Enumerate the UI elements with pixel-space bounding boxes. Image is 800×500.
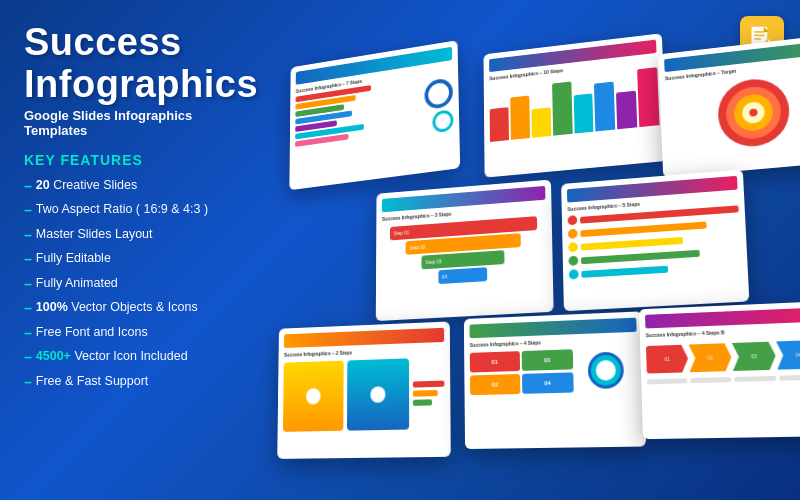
feature-item: – 4500+ Vector Icon Included — [24, 345, 219, 370]
slide-card-8: Success Infographics – 4 Steps B 01 02 0… — [639, 301, 800, 439]
features-heading: KEY FEATURES — [24, 152, 219, 168]
feature-fast-support: – Free & Fast Support — [24, 370, 219, 395]
feature-item: – Fully Editable — [24, 247, 219, 272]
main-container: Success Infographics Google Slides Infog… — [0, 0, 800, 500]
slide-card-7: Success Infographics – 4 Steps 01 02 03 … — [464, 311, 646, 449]
feature-item: – Master Slides Layout — [24, 223, 219, 248]
feature-item: – Fully Animated — [24, 272, 219, 297]
slide-card-4: Success Infographics – 3 Steps Step 01 S… — [376, 180, 554, 322]
slide-card-1: Success Infographics – 7 Steps — [289, 40, 460, 190]
feature-item: – 20 Creative Slides — [24, 174, 219, 199]
slide-card-5: Success Infographics – 5 Steps — [561, 169, 749, 311]
feature-item: – 100% Vector Objects & Icons — [24, 296, 219, 321]
feature-free-font: – Free Font and Icons — [24, 321, 219, 346]
slide-card-3: Success Infographics – Target — [658, 33, 800, 177]
slide-card-2: Success Infographics – 10 Steps — [483, 33, 667, 177]
feature-item: – Two Aspect Ratio ( 16:9 & 4:3 ) — [24, 198, 219, 223]
left-panel: Success Infographics Google Slides Infog… — [24, 22, 219, 394]
slides-mockup-area: Success Infographics – 7 Steps — [240, 30, 800, 490]
page-subtitle: Google Slides Infographics Templates — [24, 108, 219, 138]
page-title: Success Infographics — [24, 22, 219, 106]
features-list: – 20 Creative Slides – Two Aspect Ratio … — [24, 174, 219, 395]
slide-card-6: Success Infographics – 2 Steps — [277, 321, 451, 458]
